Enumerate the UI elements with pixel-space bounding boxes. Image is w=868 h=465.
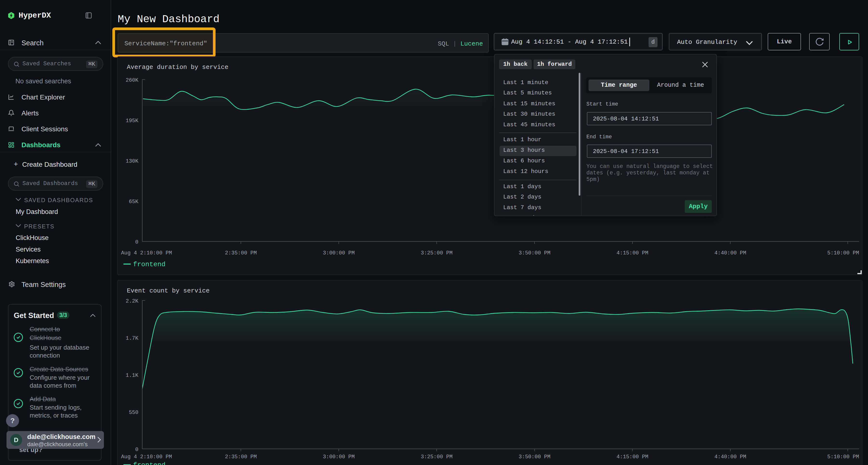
svg-text:550: 550 <box>129 409 138 416</box>
svg-text:5:10:00 PM: 5:10:00 PM <box>827 454 859 460</box>
svg-text:4:40:00 PM: 4:40:00 PM <box>714 454 746 460</box>
svg-text:0: 0 <box>135 447 138 453</box>
svg-text:4:15:00 PM: 4:15:00 PM <box>617 454 648 460</box>
svg-text:frontend: frontend <box>133 261 165 268</box>
svg-text:3:00:00 PM: 3:00:00 PM <box>323 454 355 460</box>
svg-text:Aug 4 2:10:00 PM: Aug 4 2:10:00 PM <box>121 454 172 460</box>
svg-text:2:35:00 PM: 2:35:00 PM <box>225 250 257 256</box>
svg-text:3:00:00 PM: 3:00:00 PM <box>323 250 355 256</box>
svg-text:3:25:00 PM: 3:25:00 PM <box>421 250 453 256</box>
svg-text:Aug 4 2:10:00 PM: Aug 4 2:10:00 PM <box>121 250 172 256</box>
svg-text:1.7K: 1.7K <box>126 335 138 341</box>
svg-text:3:25:00 PM: 3:25:00 PM <box>421 454 453 460</box>
svg-text:2:35:00 PM: 2:35:00 PM <box>225 454 257 460</box>
svg-text:3:50:00 PM: 3:50:00 PM <box>519 250 551 256</box>
svg-text:frontend: frontend <box>133 461 165 465</box>
svg-text:4:40:00 PM: 4:40:00 PM <box>714 250 746 256</box>
svg-text:0: 0 <box>135 239 138 245</box>
svg-text:260K: 260K <box>126 77 138 84</box>
svg-text:2.2K: 2.2K <box>126 298 138 304</box>
svg-text:4:15:00 PM: 4:15:00 PM <box>617 250 648 256</box>
svg-text:5:10:00 PM: 5:10:00 PM <box>827 250 859 256</box>
svg-text:195K: 195K <box>126 118 138 124</box>
svg-text:65K: 65K <box>129 199 138 205</box>
svg-text:3:50:00 PM: 3:50:00 PM <box>519 454 551 460</box>
svg-text:1.1K: 1.1K <box>126 372 138 378</box>
svg-text:130K: 130K <box>126 158 138 164</box>
